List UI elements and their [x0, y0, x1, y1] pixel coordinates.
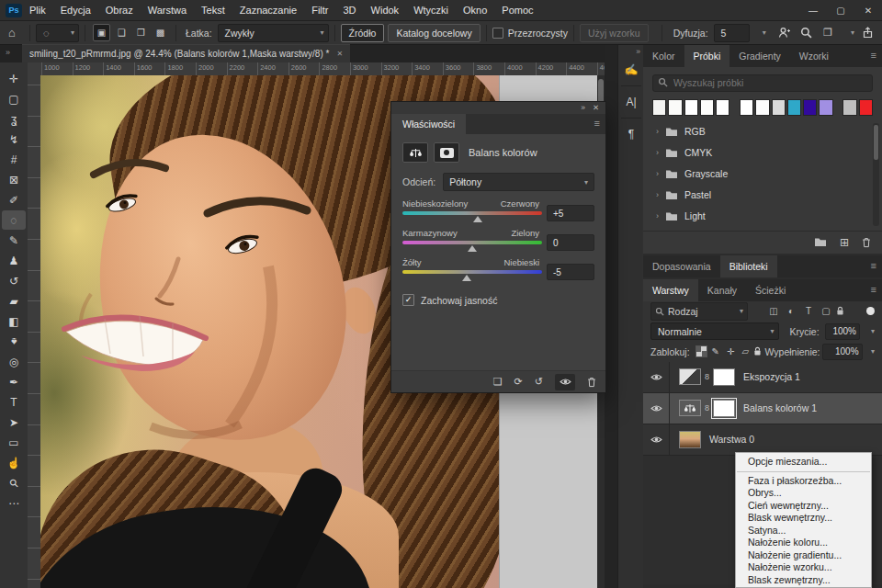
swatches-scrollbar[interactable] [873, 123, 879, 226]
tab-properties[interactable]: Właściwości [391, 114, 466, 134]
close-tab-icon[interactable]: ✕ [336, 50, 343, 58]
context-menu-item[interactable]: Blask wewnętrzny... [736, 512, 871, 525]
view-previous-state-icon[interactable]: ⟳ [514, 376, 523, 388]
menu-okno[interactable]: Okno [456, 0, 494, 20]
reset-defaults-icon[interactable]: ↺ [535, 376, 543, 388]
color-swatch[interactable] [755, 99, 769, 116]
slider-track[interactable] [402, 211, 542, 215]
character-panel-icon[interactable]: A| [618, 90, 644, 114]
chevron-down-icon[interactable]: ▾ [865, 327, 875, 335]
context-menu-item[interactable]: Blask zewnętrzny... [736, 574, 871, 587]
patch-tool[interactable]: ◌ [2, 210, 26, 230]
paragraph-panel-icon[interactable]: ¶ [618, 122, 644, 146]
menu-3d[interactable]: 3D [336, 0, 364, 20]
hand-tool[interactable]: ☝ [2, 453, 26, 472]
filter-smart-objects-icon[interactable] [836, 306, 851, 316]
color-swatch[interactable] [859, 99, 873, 116]
lock-transparency-icon[interactable] [695, 345, 707, 357]
tool-preset-picker[interactable]: ◌▾ [36, 24, 79, 42]
path-selection-tool[interactable]: ➤ [2, 413, 26, 432]
panel-menu-icon[interactable]: ≡ [871, 50, 876, 61]
layer-name[interactable]: Warstwa 0 [709, 434, 754, 445]
panel-menu-icon[interactable]: ≡ [871, 284, 876, 295]
tab-kanały[interactable]: Kanały [698, 279, 746, 301]
menu-widok[interactable]: Widok [364, 0, 407, 20]
new-selection-icon[interactable]: ▣ [93, 24, 110, 41]
context-menu-item[interactable]: Opcje mieszania... [736, 456, 871, 469]
delete-swatch-icon[interactable] [862, 237, 871, 248]
tab-biblioteki[interactable]: Biblioteki [720, 255, 777, 277]
lock-all-icon[interactable] [753, 346, 762, 356]
visibility-eye-icon[interactable] [650, 435, 662, 444]
context-menu-item[interactable]: Satyna... [736, 525, 871, 537]
tab-kolor[interactable]: Kolor [643, 45, 684, 67]
tab-dopasowania[interactable]: Dopasowania [643, 255, 720, 277]
opacity-value[interactable]: 100% [825, 323, 860, 340]
move-tool[interactable]: ✛ [2, 69, 26, 88]
menu-pomoc[interactable]: Pomoc [494, 0, 540, 20]
tab-wzorki[interactable]: Wzorki [790, 45, 838, 67]
context-menu-item[interactable]: Faza i płaskorzeźba... [736, 475, 871, 488]
context-menu-item[interactable]: Obrys... [736, 487, 871, 500]
exposure-adjustment-icon[interactable] [679, 368, 701, 385]
preserve-luminosity-checkbox[interactable]: ✓ Zachowaj jasność [391, 287, 605, 313]
toggle-visibility-eye-icon[interactable] [555, 374, 575, 390]
crop-tool[interactable]: # [2, 150, 26, 169]
color-swatch[interactable] [787, 99, 801, 116]
tone-select[interactable]: Półtony▾ [443, 173, 594, 191]
panel-menu-icon[interactable]: ≡ [594, 118, 600, 129]
color-swatch[interactable] [700, 99, 714, 116]
menu-zaznaczanie[interactable]: Zaznaczanie [232, 0, 304, 20]
color-swatch[interactable] [684, 99, 698, 116]
visibility-eye-icon[interactable] [650, 404, 662, 413]
color-swatch[interactable] [842, 99, 856, 116]
color-swatch[interactable] [716, 99, 729, 116]
export-share-icon[interactable] [854, 27, 882, 39]
fill-value[interactable]: 100% [822, 344, 863, 360]
history-brush-tool[interactable]: ↺ [2, 271, 26, 290]
workspace-icon[interactable]: ❐ [818, 27, 838, 39]
close-button[interactable]: ✕ [854, 0, 882, 20]
subtract-from-selection-icon[interactable]: ❒ [133, 25, 149, 40]
menu-obraz[interactable]: Obraz [98, 0, 141, 20]
blur-tool[interactable]: ♠ [2, 332, 26, 351]
color-balance-adjustment-icon[interactable] [679, 400, 701, 416]
filter-type-layers-icon[interactable]: T [801, 306, 816, 316]
quick-selection-tool[interactable]: ↯ [2, 130, 26, 149]
collapse-panel-icon[interactable]: » [581, 103, 585, 112]
expand-panels-icon[interactable]: » [618, 45, 644, 58]
lock-paint-icon[interactable]: ✎ [712, 346, 719, 356]
layer-mask-thumbnail-selected[interactable] [713, 400, 735, 417]
color-balance-icon[interactable] [402, 142, 428, 163]
menu-plik[interactable]: Plik [22, 0, 53, 20]
tab-warstwy[interactable]: Warstwy [643, 279, 698, 301]
home-icon[interactable]: ⌂ [0, 26, 24, 40]
tab-ścieżki[interactable]: Ścieżki [746, 279, 795, 301]
lasso-tool[interactable]: ʓ [2, 109, 26, 129]
color-swatch[interactable] [740, 99, 753, 116]
layer-thumbnail[interactable] [679, 431, 701, 448]
swatch-folder-cmyk[interactable]: ›CMYK [643, 142, 882, 164]
menu-warstwa[interactable]: Warstwa [141, 0, 194, 20]
eyedropper-tool[interactable]: ✐ [2, 190, 26, 209]
zoom-tool[interactable]: ⚲ [2, 473, 26, 492]
maximize-button[interactable]: ▢ [827, 0, 854, 20]
menu-filtr[interactable]: Filtr [304, 0, 335, 20]
dodge-tool[interactable]: ◎ [2, 352, 26, 371]
slider-thumb[interactable] [468, 245, 477, 252]
panel-menu-icon[interactable]: ≡ [871, 260, 876, 271]
color-swatch[interactable] [819, 99, 832, 116]
new-group-folder-icon[interactable] [814, 237, 827, 247]
context-menu-item[interactable]: Nałożenie koloru... [736, 537, 871, 549]
destination-button[interactable]: Katalog docelowy [388, 24, 480, 42]
lock-position-icon[interactable]: ✛ [727, 346, 734, 356]
filter-shape-layers-icon[interactable]: ▢ [819, 306, 833, 316]
new-swatch-icon[interactable]: ⊞ [840, 236, 849, 249]
search-icon[interactable] [796, 27, 818, 39]
context-menu-item[interactable]: Nałożenie wzorku... [736, 561, 871, 574]
layer-mask-icon[interactable] [434, 142, 459, 163]
context-menu-item[interactable]: Cień wewnętrzny... [736, 500, 871, 513]
swatch-folder-pastel[interactable]: ›Pastel [643, 185, 882, 206]
menu-wtyczki[interactable]: Wtyczki [406, 0, 456, 20]
document-tab[interactable]: smiling_t20_pRmrmd.jpg @ 24.4% (Balans k… [22, 44, 350, 62]
